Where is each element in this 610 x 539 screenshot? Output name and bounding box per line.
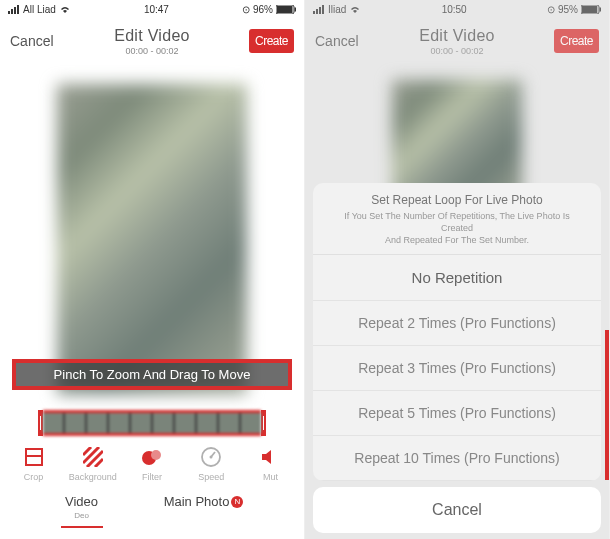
tool-label: Speed	[198, 472, 224, 482]
cancel-button[interactable]: Cancel	[10, 33, 54, 49]
new-badge: N	[231, 496, 243, 508]
repeat-option-3[interactable]: Repeat 3 Times (Pro Functions)	[313, 346, 601, 391]
svg-rect-2	[14, 7, 16, 14]
tab-video[interactable]: Video Deo	[61, 494, 103, 528]
svg-rect-3	[17, 5, 19, 14]
tool-label: Filter	[142, 472, 162, 482]
timeline[interactable]	[0, 404, 304, 440]
tab-sublabel: Deo	[74, 511, 89, 520]
svg-line-10	[83, 447, 99, 463]
signal-icon	[8, 5, 20, 14]
timeline-handle-right[interactable]	[261, 410, 266, 436]
wifi-icon	[59, 5, 71, 14]
repeat-option-5[interactable]: Repeat 5 Times (Pro Functions)	[313, 391, 601, 436]
carrier-label: All Liad	[23, 4, 56, 15]
svg-rect-19	[316, 9, 318, 14]
status-time: 10:47	[144, 4, 169, 15]
speed-tool[interactable]: Speed	[182, 446, 241, 482]
side-highlight	[605, 330, 609, 480]
tab-label: Main Photo	[164, 494, 230, 509]
tool-label: Background	[69, 472, 117, 482]
alarm-icon: ⊙	[547, 4, 555, 15]
sheet-description: If You Set The Number Of Repetitions, Th…	[331, 210, 583, 246]
create-button[interactable]: Create	[249, 29, 294, 53]
svg-line-11	[87, 451, 103, 467]
status-bar: All Liad 10:47 ⊙ 96%	[0, 0, 304, 18]
right-screenshot: Iliad 10:50 ⊙ 95% Cancel Edit Video 00:0…	[305, 0, 610, 539]
alarm-icon: ⊙	[242, 4, 250, 15]
repeat-option-2[interactable]: Repeat 2 Times (Pro Functions)	[313, 301, 601, 346]
speedometer-icon	[200, 446, 222, 468]
repeat-action-sheet: Set Repeat Loop For Live Photo If You Se…	[313, 183, 601, 533]
repeat-option-10[interactable]: Repeat 10 Times (Pro Functions)	[313, 436, 601, 481]
svg-rect-20	[319, 7, 321, 14]
svg-rect-6	[294, 7, 296, 11]
svg-rect-0	[8, 11, 10, 14]
tab-main-photo[interactable]: Main Photo N	[164, 494, 244, 528]
sheet-header: Set Repeat Loop For Live Photo If You Se…	[313, 183, 601, 255]
svg-rect-21	[322, 5, 324, 14]
svg-rect-23	[582, 6, 597, 13]
time-range: 00:00 - 00:02	[419, 46, 495, 56]
wifi-icon	[349, 5, 361, 14]
tool-label: Crop	[24, 472, 44, 482]
crop-tool[interactable]: Crop	[4, 446, 63, 482]
preview-frame[interactable]	[57, 84, 247, 394]
battery-percent: 95%	[558, 4, 578, 15]
status-time: 10:50	[442, 4, 467, 15]
diagonal-lines-icon	[82, 446, 104, 468]
create-button[interactable]: Create	[554, 29, 599, 53]
svg-rect-18	[313, 11, 315, 14]
signal-icon	[313, 5, 325, 14]
sheet-body: Set Repeat Loop For Live Photo If You Se…	[313, 183, 601, 481]
svg-point-14	[151, 450, 161, 460]
background-tool[interactable]: Background	[63, 446, 122, 482]
sheet-title: Set Repeat Loop For Live Photo	[331, 193, 583, 207]
video-preview[interactable]: Pinch To Zoom And Drag To Move	[0, 64, 304, 404]
mute-tool[interactable]: Mut	[241, 446, 300, 482]
overlap-circles-icon	[141, 446, 163, 468]
page-title: Edit Video	[114, 27, 190, 45]
nav-bar: Cancel Edit Video 00:00 - 00:02 Create	[305, 18, 609, 64]
svg-rect-24	[600, 7, 602, 11]
repeat-option-none[interactable]: No Repetition	[313, 255, 601, 301]
page-title: Edit Video	[419, 27, 495, 45]
battery-percent: 96%	[253, 4, 273, 15]
tool-label: Mut	[263, 472, 278, 482]
crop-icon	[23, 446, 45, 468]
svg-point-17	[210, 456, 213, 459]
sheet-desc-line: And Repeated For The Set Number.	[385, 235, 529, 245]
tab-label: Video	[65, 494, 98, 509]
svg-rect-1	[11, 9, 13, 14]
instruction-overlay: Pinch To Zoom And Drag To Move	[12, 359, 292, 390]
nav-title-group: Edit Video 00:00 - 00:02	[419, 27, 495, 56]
filter-tool[interactable]: Filter	[122, 446, 181, 482]
nav-bar: Cancel Edit Video 00:00 - 00:02 Create	[0, 18, 304, 64]
sheet-desc-line: If You Set The Number Of Repetitions, Th…	[344, 211, 569, 233]
svg-line-9	[83, 447, 91, 455]
speaker-icon	[259, 446, 281, 468]
status-bar: Iliad 10:50 ⊙ 95%	[305, 0, 609, 18]
nav-title-group: Edit Video 00:00 - 00:02	[114, 27, 190, 56]
tab-underline	[61, 526, 103, 528]
left-screenshot: All Liad 10:47 ⊙ 96% Cancel Edit Video 0…	[0, 0, 305, 539]
svg-rect-5	[277, 6, 293, 13]
battery-icon	[276, 5, 296, 14]
toolbar: Crop Background Filter Speed Mut	[0, 440, 304, 484]
sheet-cancel-button[interactable]: Cancel	[313, 487, 601, 533]
cancel-button[interactable]: Cancel	[315, 33, 359, 49]
time-range: 00:00 - 00:02	[114, 46, 190, 56]
bottom-tabs: Video Deo Main Photo N	[0, 484, 304, 534]
svg-line-12	[95, 459, 103, 467]
carrier-label: Iliad	[328, 4, 346, 15]
timeline-track[interactable]	[43, 410, 261, 436]
battery-icon	[581, 5, 601, 14]
